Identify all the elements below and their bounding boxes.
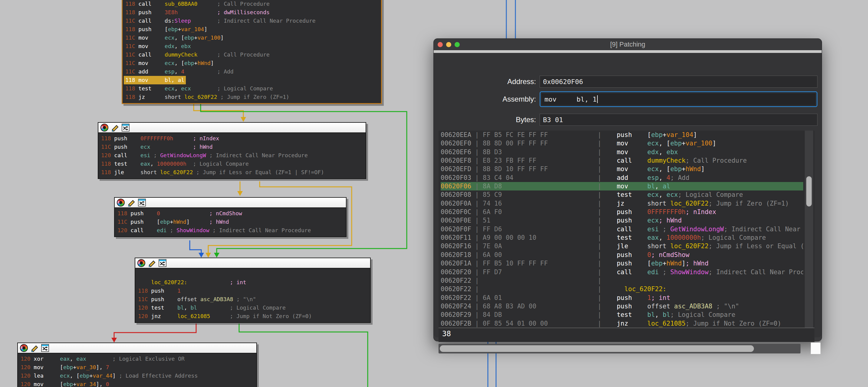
asm-line[interactable]: 118 push 3E8h ; dwMilliseconds <box>125 8 378 16</box>
graph-node-showwindow[interactable]: 118 push 0 ; nCmdShow11C push [ebp+hWnd]… <box>114 197 346 237</box>
graph-shuffle-icon[interactable] <box>159 259 166 267</box>
assembly-label: Assembly: <box>434 95 539 103</box>
asm-line[interactable] <box>138 270 367 278</box>
asm-line[interactable]: loc_620F22: ; int <box>138 278 367 287</box>
asm-line[interactable]: 11C push offset asc_ADB3A8 ; "\n" <box>138 295 367 304</box>
window-titlebar[interactable]: [9] Patching <box>434 39 822 50</box>
graph-node-sleep-dummycheck[interactable]: 118 call sub_6BBAA0 ; Call Procedure118 … <box>122 0 382 104</box>
horizontal-scrollbar-thumb[interactable] <box>440 345 754 352</box>
asm-line[interactable]: 118 jle short loc_620F22 ; Jump if Less … <box>101 168 363 177</box>
node-header <box>18 343 256 353</box>
listing-row[interactable]: 00620F0E | 51 | push ecx; hWnd <box>441 216 803 225</box>
color-wheel-icon[interactable] <box>117 199 125 207</box>
listing-row[interactable]: 00620EEA | FF B5 FC FE FF FF | push [ebp… <box>441 131 803 139</box>
asm-line[interactable]: 120 call esi ; GetWindowLongW ; Indirect… <box>101 151 363 160</box>
listing-row[interactable]: 00620F16 | 7E 0A | jle short loc_620F22;… <box>441 242 803 250</box>
disassembly-panel: 00620EEA | FF B5 FC FE FF FF | push [ebp… <box>438 131 814 342</box>
titlebar-separator <box>434 50 822 53</box>
asm-line[interactable]: 11C add esp, 4 ; Add <box>125 67 378 76</box>
asm-line[interactable]: 11C mov ecx, [ebp+hWnd] <box>125 59 378 67</box>
bytes-label: Bytes: <box>434 115 539 124</box>
horizontal-scrollbar[interactable] <box>438 344 801 353</box>
asm-line[interactable]: 11C mov ecx, [ebp+var_100] <box>125 34 378 42</box>
asm-line[interactable]: 118 jz short loc_620F22 ; Jump if Zero (… <box>125 93 378 101</box>
asm-line[interactable]: 118 test ecx, ecx ; Logical Compare <box>125 84 378 93</box>
listing-row[interactable]: 00620F24 | 68 A8 B3 AD 00 | push offset … <box>441 302 803 311</box>
close-window-button[interactable] <box>438 42 443 47</box>
vertical-scrollbar[interactable] <box>805 131 813 328</box>
listing-row[interactable]: 00620F1A | FF B5 10 FF FF FF | push [ebp… <box>441 259 803 268</box>
assembly-input[interactable]: mov bl, 1 <box>541 93 816 106</box>
graph-shuffle-icon[interactable] <box>122 124 129 132</box>
asm-line[interactable]: 11C mov edx, ebx <box>125 42 378 50</box>
listing-row[interactable]: 00620F29 | 84 DB | test bl, bl; Logical … <box>441 311 803 319</box>
asm-line[interactable]: 118 push 0 ; nCmdShow <box>117 209 343 218</box>
graph-node-getwindowlong[interactable]: 118 push 0FFFFFFF0h ; nIndex11C push ecx… <box>98 122 366 179</box>
listing-row[interactable]: 00620F22 | 6A 01 | push 1; int <box>441 293 803 302</box>
minimize-window-button[interactable] <box>446 42 451 47</box>
graph-shuffle-icon[interactable] <box>138 199 146 207</box>
listing-row[interactable]: 00620F11 | A9 00 00 00 10 | test eax, 10… <box>441 234 803 242</box>
listing-row[interactable]: 00620F08 | 85 C9 | test ecx, ecx; Logica… <box>441 190 803 199</box>
address-field[interactable]: 0x00620F06 <box>539 76 817 88</box>
color-wheel-icon[interactable] <box>137 259 145 267</box>
asm-line[interactable]: 120 test bl, bl ; Logical Compare <box>138 304 367 312</box>
listing-row[interactable]: 00620F22 | | <box>441 276 803 285</box>
asm-line[interactable]: 120 mov [ebp+var_34], 0 <box>21 380 254 387</box>
edit-node-icon[interactable] <box>31 344 38 352</box>
graph-node-xor-locals[interactable]: 120 xor eax, eax ; Logical Exclusive OR1… <box>17 343 257 387</box>
listing-row[interactable]: 00620F18 | 6A 00 | push 0; nCmdShow <box>441 251 803 259</box>
color-wheel-icon[interactable] <box>100 124 108 132</box>
graph-shuffle-icon[interactable] <box>41 344 49 352</box>
listing-row[interactable]: 00620EF8 | E8 23 FB FF FF | call dummyCh… <box>441 156 803 165</box>
asm-line[interactable]: 120 lea ecx, [ebp+var_44] ; Load Effecti… <box>21 372 254 380</box>
color-wheel-icon[interactable] <box>20 344 28 352</box>
listing-row[interactable]: 00620EF0 | 8B 8D 00 FF FF FF | mov ecx, … <box>441 139 803 147</box>
bytes-field[interactable]: B3 01 <box>539 114 817 126</box>
text-caret <box>597 95 598 103</box>
listing-row[interactable]: 00620F2B | 0F 85 54 01 00 00 | jnz loc_6… <box>441 319 803 328</box>
node-header <box>115 198 346 208</box>
asm-line[interactable]: 118 mov bl, al <box>125 76 378 84</box>
listing-row[interactable]: 00620F20 | FF D7 | call edi ; ShowWindow… <box>441 268 803 276</box>
listing-row[interactable]: 00620F0A | 74 16 | jz short loc_620F22; … <box>441 199 803 208</box>
address-value: 0x00620F06 <box>543 78 583 85</box>
asm-line[interactable]: 11C call dummyCheck ; Call Procedure <box>125 50 378 59</box>
assembly-focus-ring: mov bl, 1 <box>539 91 817 107</box>
asm-line[interactable]: 11C push [ebp+hWnd] ; hWnd <box>117 218 343 226</box>
patching-window[interactable]: [9] Patching Address: 0x00620F06 Assembl… <box>433 38 822 341</box>
patching-content: Address: 0x00620F06 Assembly: mov bl, 1 … <box>434 53 822 338</box>
asm-line[interactable]: 120 xor eax, eax ; Logical Exclusive OR <box>21 355 254 363</box>
asm-line[interactable]: 118 push 1 <box>138 287 367 295</box>
listing-separator <box>438 328 814 328</box>
asm-line[interactable]: 120 mov [ebp+var_30], 7 <box>21 363 254 372</box>
resize-grip[interactable] <box>811 343 820 354</box>
edit-node-icon[interactable] <box>148 259 156 267</box>
address-label: Address: <box>434 77 539 86</box>
graph-view: 118 call sub_6BBAA0 ; Call Procedure118 … <box>0 0 868 387</box>
node-header <box>135 258 370 269</box>
asm-line[interactable]: 118 push 0FFFFFFF0h ; nIndex <box>101 134 363 143</box>
asm-line[interactable]: 11C push ecx ; hWnd <box>101 143 363 151</box>
listing-rows[interactable]: 00620EEA | FF B5 FC FE FF FF | push [ebp… <box>441 131 803 328</box>
listing-row[interactable]: 00620F22 | | loc_620F22: <box>441 285 803 293</box>
asm-line[interactable]: 118 push [ebp+var_104] <box>125 25 378 34</box>
vertical-scrollbar-thumb[interactable] <box>806 176 812 207</box>
graph-node-loc-620F22[interactable]: loc_620F22: ; int118 push 111C push offs… <box>135 257 371 323</box>
asm-line[interactable]: 11C call ds:Sleep ; Indirect Call Near P… <box>125 16 378 25</box>
assembly-value: mov bl, 1 <box>545 96 596 103</box>
asm-line[interactable]: 118 test eax, 10000000h ; Logical Compar… <box>101 160 363 168</box>
asm-line[interactable]: 120 jnz loc_621085 ; Jump if Not Zero (Z… <box>138 312 367 320</box>
listing-row[interactable]: 00620F0C | 6A F0 | push 0FFFFFFF0h; nInd… <box>441 208 803 216</box>
listing-row[interactable]: 00620EF6 | 8B D3 | mov edx, ebx <box>441 148 803 156</box>
edit-node-icon[interactable] <box>127 199 135 207</box>
listing-row[interactable]: 00620F0F | FF D6 | call esi ; GetWindowL… <box>441 225 803 234</box>
asm-line[interactable]: 120 call edi ; ShowWindow ; Indirect Cal… <box>117 226 343 235</box>
listing-row[interactable]: 00620F03 | 83 C4 04 | add esp, 4; Add <box>441 174 803 182</box>
listing-row[interactable]: 00620F06 | 8A D8 | mov bl, al <box>441 182 803 190</box>
bytes-value: B3 01 <box>543 116 563 124</box>
listing-row[interactable]: 00620EFD | 8B 8D 10 FF FF FF | mov ecx, … <box>441 165 803 173</box>
asm-line[interactable]: 118 call sub_6BBAA0 ; Call Procedure <box>125 0 378 8</box>
edit-node-icon[interactable] <box>111 124 119 132</box>
zoom-window-button[interactable] <box>455 42 460 47</box>
